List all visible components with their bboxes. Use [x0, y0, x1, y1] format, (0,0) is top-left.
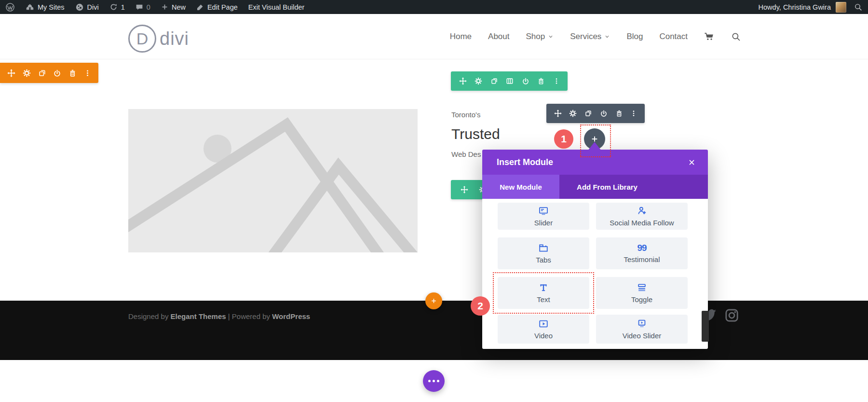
- instagram-icon[interactable]: [724, 307, 740, 323]
- divi-visual-builder-screen: My Sites Divi 1 0 New Edit Page: [0, 0, 868, 402]
- nav-contact-label: Contact: [659, 32, 688, 42]
- my-sites-menu[interactable]: My Sites: [20, 0, 70, 14]
- builder-settings-dots-button[interactable]: [423, 370, 445, 392]
- module-tile-label: Social Media Follow: [610, 219, 674, 227]
- dot: [433, 380, 435, 382]
- video-slider-module-icon: [637, 319, 647, 329]
- howdy-account-link[interactable]: Howdy, Christina Gwira: [759, 3, 831, 11]
- hero-subtext: Web Des: [451, 150, 481, 158]
- toggle-module-icon: [637, 282, 647, 293]
- nav-shop-label: Shop: [526, 32, 545, 42]
- exit-visual-builder-label: Exit Visual Builder: [248, 3, 305, 11]
- exit-visual-builder-menu[interactable]: Exit Visual Builder: [243, 0, 310, 14]
- module-tile-testimonial[interactable]: 99 Testimonial: [596, 237, 688, 269]
- testimonial-module-icon: 99: [637, 243, 646, 253]
- module-tile-label: Slider: [534, 219, 553, 227]
- site-footer: Designed by Elegant Themes | Powered by …: [0, 301, 868, 360]
- divi-site-menu[interactable]: Divi: [70, 0, 104, 14]
- module-settings-icon[interactable]: [569, 110, 577, 117]
- wp-admin-bar: My Sites Divi 1 0 New Edit Page: [0, 0, 868, 14]
- module-tile-label: Tabs: [536, 256, 551, 264]
- modal-title: Insert Module: [482, 157, 553, 167]
- module-tile-tabs[interactable]: Tabs: [498, 237, 589, 269]
- save-section-to-library-icon[interactable]: [53, 69, 61, 77]
- updates-icon: [109, 3, 118, 11]
- move-module-icon[interactable]: [554, 110, 562, 117]
- updates-menu[interactable]: 1: [104, 0, 130, 14]
- tab-add-from-library[interactable]: Add From Library: [559, 175, 655, 199]
- modal-close-button[interactable]: [688, 159, 695, 166]
- delete-row-icon[interactable]: [537, 77, 545, 85]
- nav-blog[interactable]: Blog: [626, 32, 643, 42]
- cart-icon[interactable]: [704, 31, 715, 42]
- delete-module-icon[interactable]: [615, 110, 623, 117]
- nav-home[interactable]: Home: [450, 32, 472, 42]
- row-settings-icon[interactable]: [475, 77, 482, 85]
- wordpress-link[interactable]: WordPress: [272, 312, 310, 320]
- modal-scrollbar-thumb[interactable]: [702, 311, 709, 342]
- elegant-themes-link[interactable]: Elegant Themes: [171, 312, 226, 320]
- module-tile-video[interactable]: Video: [498, 315, 589, 344]
- pencil-icon: [196, 3, 204, 11]
- plus-icon: [161, 3, 168, 11]
- search-icon[interactable]: [731, 32, 741, 42]
- module-tile-label: Video Slider: [623, 332, 662, 340]
- nav-services[interactable]: Services: [570, 32, 610, 42]
- move-section-icon[interactable]: [7, 69, 15, 77]
- image-placeholder: [128, 109, 418, 252]
- tab-new-module[interactable]: New Module: [482, 175, 559, 199]
- updates-count: 1: [121, 3, 125, 11]
- social-media-follow-module-icon: [637, 206, 647, 216]
- wordpress-logo-icon: [5, 2, 15, 12]
- section-settings-icon[interactable]: [23, 69, 31, 77]
- step-1-badge: 1: [554, 129, 573, 149]
- delete-section-icon[interactable]: [68, 69, 77, 77]
- section-options-dots-icon[interactable]: [84, 69, 91, 77]
- duplicate-row-icon[interactable]: [490, 77, 498, 85]
- nav-contact[interactable]: Contact: [659, 32, 688, 42]
- nav-home-label: Home: [450, 32, 472, 42]
- nav-about[interactable]: About: [488, 32, 509, 42]
- change-column-structure-icon[interactable]: [506, 77, 514, 85]
- nav-shop[interactable]: Shop: [526, 32, 554, 42]
- module-tile-video-slider[interactable]: Video Slider: [596, 315, 688, 344]
- save-module-to-library-icon[interactable]: [600, 110, 608, 117]
- dot: [428, 380, 431, 382]
- step-2-badge: 2: [471, 296, 490, 316]
- edit-page-label: Edit Page: [207, 3, 238, 11]
- module-tile-slider[interactable]: Slider: [498, 203, 589, 230]
- nav-about-label: About: [488, 32, 509, 42]
- comments-count: 0: [147, 3, 150, 11]
- comments-menu[interactable]: 0: [130, 0, 156, 14]
- module-tile-toggle[interactable]: Toggle: [596, 277, 688, 309]
- tabs-module-icon: [538, 243, 549, 253]
- save-row-to-library-icon[interactable]: [522, 77, 529, 85]
- powered-by-text: | Powered by: [228, 312, 270, 320]
- edit-page-menu[interactable]: Edit Page: [191, 0, 243, 14]
- duplicate-section-icon[interactable]: [38, 69, 46, 77]
- module-tile-text[interactable]: Text: [498, 277, 589, 309]
- site-logo[interactable]: D divi: [128, 25, 189, 53]
- plus-icon: [431, 298, 437, 304]
- add-section-button[interactable]: [425, 292, 442, 309]
- wordpress-menu[interactable]: [0, 0, 20, 14]
- site-header: D divi Home About Shop Services Blog Con…: [0, 14, 868, 59]
- nav-blog-label: Blog: [626, 32, 643, 42]
- new-content-menu[interactable]: New: [156, 0, 191, 14]
- module-tile-label: Testimonial: [624, 255, 660, 263]
- logo-letter: D: [136, 29, 149, 48]
- move-row-icon[interactable]: [459, 77, 467, 85]
- main-nav: Home About Shop Services Blog Contact: [450, 14, 741, 59]
- duplicate-module-icon[interactable]: [584, 110, 592, 117]
- module-options-dots-icon[interactable]: [630, 110, 637, 117]
- section-toolbar: [0, 63, 98, 83]
- divi-site-icon: [75, 3, 84, 12]
- row-toolbar: [451, 71, 568, 91]
- row-options-dots-icon[interactable]: [553, 78, 560, 84]
- module-tile-label: Text: [537, 295, 550, 304]
- chevron-down-icon: [604, 34, 610, 40]
- module-tile-social-media-follow[interactable]: Social Media Follow: [596, 203, 688, 230]
- close-icon: [688, 159, 695, 166]
- admin-search-icon[interactable]: [854, 3, 862, 11]
- move-row-icon[interactable]: [461, 186, 468, 194]
